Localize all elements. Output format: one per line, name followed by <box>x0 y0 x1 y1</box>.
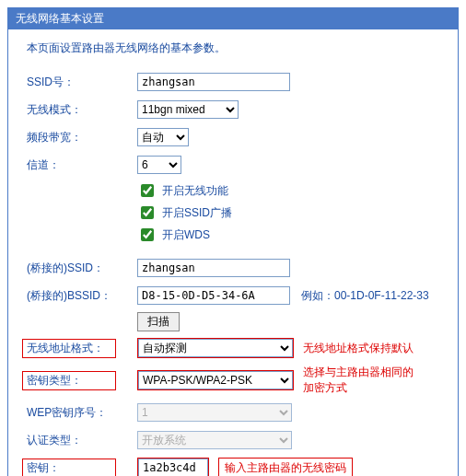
enable-wds-label: 开启WDS <box>162 227 210 243</box>
bandwidth-label: 频段带宽： <box>27 130 137 145</box>
channel-select[interactable]: 6 <box>137 156 181 174</box>
enable-ssid-broadcast-checkbox[interactable] <box>141 206 154 219</box>
auth-type-select: 开放系统 <box>137 431 292 449</box>
bridge-bssid-input[interactable] <box>137 286 290 305</box>
mode-label: 无线模式： <box>27 102 137 118</box>
enable-ssid-broadcast-label: 开启SSID广播 <box>162 205 232 221</box>
key-type-select[interactable]: WPA-PSK/WPA2-PSK <box>138 371 293 389</box>
enable-wireless-checkbox[interactable] <box>141 184 154 197</box>
panel-body: 本页面设置路由器无线网络的基本参数。 SSID号： 无线模式： 11bgn mi… <box>8 29 458 476</box>
key-type-label: 密钥类型： <box>22 371 116 390</box>
wep-index-select: 1 <box>137 403 292 422</box>
auth-type-label: 认证类型： <box>27 433 137 448</box>
addr-format-annotation: 无线地址格式保持默认 <box>303 341 414 356</box>
intro-text: 本页面设置路由器无线网络的基本参数。 <box>27 41 439 56</box>
bssid-example: 例如：00-1D-0F-11-22-33 <box>301 288 429 304</box>
bridge-bssid-label: (桥接的)BSSID： <box>27 288 137 304</box>
mode-select[interactable]: 11bgn mixed <box>137 100 239 119</box>
bridge-ssid-label: (桥接的)SSID： <box>27 261 137 276</box>
key-input[interactable] <box>138 459 208 476</box>
key-annotation: 输入主路由器的无线密码 <box>218 458 353 477</box>
scan-button[interactable]: 扫描 <box>137 312 180 331</box>
addr-format-label: 无线地址格式： <box>22 339 116 358</box>
bridge-ssid-input[interactable] <box>137 259 290 277</box>
addr-format-select[interactable]: 自动探测 <box>138 339 293 357</box>
enable-wireless-label: 开启无线功能 <box>162 183 228 199</box>
panel-title: 无线网络基本设置 <box>8 8 458 29</box>
settings-panel: 无线网络基本设置 本页面设置路由器无线网络的基本参数。 SSID号： 无线模式：… <box>7 7 459 476</box>
enable-wds-checkbox[interactable] <box>141 228 154 241</box>
key-type-annotation: 选择与主路由器相同的加密方式 <box>303 365 423 396</box>
channel-label: 信道： <box>27 157 137 173</box>
ssid-label: SSID号： <box>27 75 137 90</box>
bandwidth-select[interactable]: 自动 <box>137 128 189 146</box>
wep-index-label: WEP密钥序号： <box>27 405 137 421</box>
ssid-input[interactable] <box>137 73 290 91</box>
key-label: 密钥： <box>22 459 116 477</box>
